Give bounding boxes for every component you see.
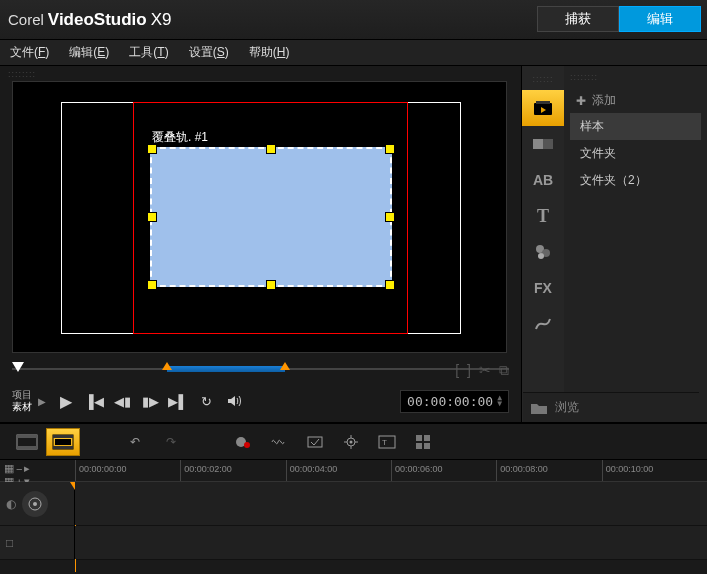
library-folder-sample[interactable]: 样本	[570, 113, 701, 140]
ruler-tick: 00:00:04:00	[286, 460, 391, 481]
plus-icon: ✚	[576, 94, 586, 108]
trim-mark-out[interactable]	[280, 362, 290, 370]
resize-handle-bl[interactable]	[147, 280, 157, 290]
resize-handle-tl[interactable]	[147, 144, 157, 154]
panel-gripper[interactable]: ::::::::	[8, 69, 36, 79]
track-arrow-icon: ▸	[24, 462, 30, 475]
add-folder-button[interactable]: ✚ 添加	[570, 88, 701, 113]
svg-rect-22	[424, 435, 430, 441]
menu-file[interactable]: 文件(F)	[10, 44, 49, 61]
storyboard-view-button[interactable]	[10, 428, 44, 456]
subtitle-button[interactable]: T	[370, 428, 404, 456]
timeline-toolbar: ↶ ↷ T	[0, 424, 707, 460]
trim-mark-in[interactable]	[162, 362, 172, 370]
folder-icon	[531, 402, 547, 414]
split-clip-button[interactable]: ✂	[479, 362, 491, 379]
svg-rect-8	[17, 435, 37, 438]
mark-out-button[interactable]: ]	[467, 362, 471, 379]
browse-label: 浏览	[555, 399, 579, 416]
home-button[interactable]: ▐◀	[82, 389, 106, 413]
tab-capture[interactable]: 捕获	[537, 6, 619, 32]
play-button[interactable]: ▶	[54, 389, 78, 413]
overlay-clip[interactable]: 覆叠轨. #1	[150, 147, 392, 287]
transition-button[interactable]	[522, 126, 564, 162]
svg-point-18	[350, 440, 353, 443]
svg-rect-21	[416, 435, 422, 441]
menu-settings[interactable]: 设置(S)	[189, 44, 229, 61]
scrub-bar[interactable]: [ ] ✂ ⧉	[12, 360, 509, 380]
library-folder-2[interactable]: 文件夹（2）	[570, 167, 701, 194]
menu-edit[interactable]: 编辑(E)	[69, 44, 109, 61]
undo-button[interactable]: ↶	[118, 428, 152, 456]
svg-point-15	[244, 442, 250, 448]
auto-music-button[interactable]	[298, 428, 332, 456]
timecode-display[interactable]: 00:00:00:00 ▲▼	[400, 390, 509, 413]
mode-indicator-icon: ▶	[38, 396, 46, 407]
resize-handle-mr[interactable]	[385, 212, 395, 222]
preview-pane: :::::::: 覆叠轨. #1 [	[0, 66, 521, 424]
mode-project-label[interactable]: 项目	[12, 389, 32, 401]
menu-help[interactable]: 帮助(H)	[249, 44, 290, 61]
track-toggle-icon[interactable]: □	[6, 536, 13, 550]
library-browse-row[interactable]: 浏览	[523, 392, 699, 422]
resize-handle-tm[interactable]	[266, 144, 276, 154]
next-frame-button[interactable]: ▮▶	[138, 389, 162, 413]
menu-bar: 文件(F) 编辑(E) 工具(T) 设置(S) 帮助(H)	[0, 40, 707, 66]
resize-handle-br[interactable]	[385, 280, 395, 290]
panel-gripper[interactable]: ::::::::	[570, 72, 701, 82]
menu-tools[interactable]: 工具(T)	[129, 44, 168, 61]
mark-in-button[interactable]: [	[455, 362, 459, 379]
volume-button[interactable]	[222, 389, 246, 413]
video-track[interactable]: ◐	[0, 482, 707, 526]
timeline-view-button[interactable]	[46, 428, 80, 456]
video-track-header[interactable]: ◐	[0, 482, 75, 525]
library-panel: :::::: AB T FX :::::::: ✚ 添加 样本	[521, 66, 707, 424]
repeat-button[interactable]: ↻	[194, 389, 218, 413]
svg-rect-24	[424, 443, 430, 449]
add-track-button[interactable]: ▦	[4, 462, 14, 475]
snapshot-button[interactable]: ⧉	[499, 362, 509, 379]
svg-rect-23	[416, 443, 422, 449]
panel-gripper[interactable]: ::::::	[522, 74, 564, 84]
timeline-ruler[interactable]: ▦ − ▸ ▦ + ▾ 00:00:00:00 00:00:02:00 00:0…	[0, 460, 707, 482]
playback-mode[interactable]: 项目 素材	[12, 389, 32, 413]
zoom-out-button[interactable]: −	[16, 463, 22, 475]
scrub-playhead[interactable]	[12, 362, 24, 372]
record-button[interactable]	[226, 428, 260, 456]
timeline-tracks: ◐ □	[0, 482, 707, 572]
trim-range[interactable]	[167, 366, 285, 372]
overlay-track-lane[interactable]	[75, 526, 707, 559]
graphic-button[interactable]	[522, 234, 564, 270]
svg-rect-2	[533, 139, 543, 149]
mode-clip-label[interactable]: 素材	[12, 401, 32, 413]
end-button[interactable]: ▶▌	[166, 389, 190, 413]
ruler-tick: 00:00:00:00	[75, 460, 180, 481]
track-toggle-icon[interactable]: ◐	[6, 497, 16, 511]
tab-edit[interactable]: 编辑	[619, 6, 701, 32]
overlay-track-header[interactable]: □	[0, 526, 75, 559]
overlay-track[interactable]: □	[0, 526, 707, 560]
text-button[interactable]: T	[522, 198, 564, 234]
resize-handle-ml[interactable]	[147, 212, 157, 222]
multi-camera-button[interactable]	[406, 428, 440, 456]
motion-path-button[interactable]	[522, 306, 564, 342]
library-folder-1[interactable]: 文件夹	[570, 140, 701, 167]
resize-handle-bm[interactable]	[266, 280, 276, 290]
timecode-value: 00:00:00:00	[407, 394, 493, 409]
fx-filter-button[interactable]: FX	[522, 270, 564, 306]
media-library-button[interactable]	[522, 90, 564, 126]
motion-tracking-button[interactable]	[334, 428, 368, 456]
add-label: 添加	[592, 92, 616, 109]
prev-frame-button[interactable]: ◀▮	[110, 389, 134, 413]
audio-mixer-button[interactable]	[262, 428, 296, 456]
redo-button[interactable]: ↷	[154, 428, 188, 456]
toolbar-separator	[82, 428, 116, 456]
timecode-stepper[interactable]: ▲▼	[497, 395, 502, 407]
video-track-lane[interactable]	[75, 482, 707, 525]
title-button[interactable]: AB	[522, 162, 564, 198]
preview-viewport[interactable]: 覆叠轨. #1	[12, 81, 507, 353]
overlay-clip-label: 覆叠轨. #1	[152, 129, 208, 146]
resize-handle-tr[interactable]	[385, 144, 395, 154]
svg-rect-13	[55, 439, 71, 445]
ruler-tick: 00:00:02:00	[180, 460, 285, 481]
